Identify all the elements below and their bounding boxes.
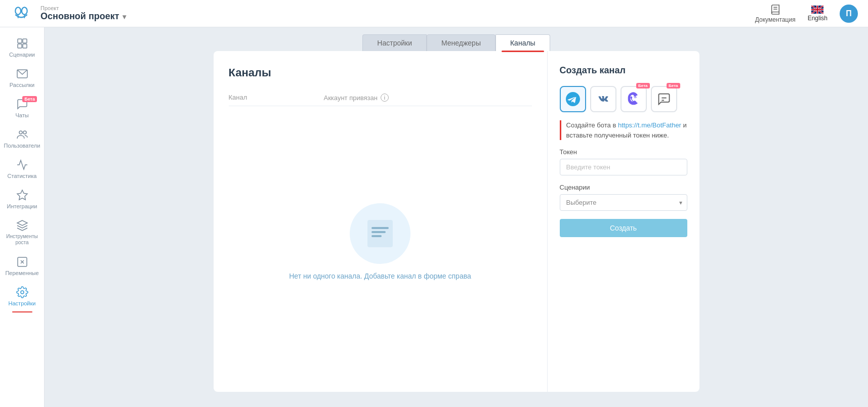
empty-illustration xyxy=(350,203,410,264)
lang-label: English xyxy=(808,15,828,22)
sidebar-label-mailings: Рассылки xyxy=(10,82,34,88)
channel-btn-other[interactable]: Бета xyxy=(651,86,677,112)
svg-rect-7 xyxy=(18,39,22,43)
content-area: Настройки Менеджеры Каналы Каналы Канал … xyxy=(45,27,868,407)
token-form-group: Токен xyxy=(560,148,687,175)
tab-managers[interactable]: Менеджеры xyxy=(427,34,495,51)
project-label: Проект xyxy=(40,5,126,11)
sidebar-item-chats[interactable]: Бета Чаты xyxy=(0,93,44,123)
svg-rect-22 xyxy=(371,235,382,237)
project-info: Проект Основной проект ▾ xyxy=(40,5,126,22)
sidebar-label-scenarios: Сценарии xyxy=(9,52,35,58)
scenarios-select-wrapper: Выберите ▾ xyxy=(560,194,687,211)
other-beta-badge: Бета xyxy=(667,83,680,88)
logo xyxy=(10,3,32,25)
channel-btn-telegram[interactable] xyxy=(560,86,586,112)
empty-state: Нет ни одного канала. Добавьте канал в ф… xyxy=(229,106,532,377)
svg-point-18 xyxy=(21,291,24,294)
chevron-down-icon: ▾ xyxy=(122,13,126,21)
svg-marker-14 xyxy=(17,190,27,200)
svg-rect-20 xyxy=(371,227,389,229)
svg-point-0 xyxy=(15,7,21,14)
uk-flag-icon xyxy=(811,6,823,14)
viber-beta-badge: Бета xyxy=(636,83,649,88)
botfather-link[interactable]: https://t.me/BotFather xyxy=(618,121,681,129)
sidebar-item-variables[interactable]: Переменные xyxy=(0,251,44,281)
svg-rect-8 xyxy=(23,39,27,43)
tab-settings[interactable]: Настройки xyxy=(362,34,427,51)
topbar-right: Документация English П xyxy=(755,4,858,23)
docs-button[interactable]: Документация xyxy=(755,4,796,23)
empty-doc-icon xyxy=(362,216,398,251)
table-header: Канал Аккаунт привязан i xyxy=(229,89,532,106)
sidebar-label-settings: Настройки xyxy=(9,300,36,306)
mailings-icon xyxy=(16,68,28,80)
sidebar-label-chats: Чаты xyxy=(15,112,28,118)
empty-text: Нет ни одного канала. Добавьте канал в ф… xyxy=(289,272,471,280)
sidebar: Сценарии Рассылки Бета Чаты xyxy=(0,27,45,407)
channels-panel: Каналы Канал Аккаунт привязан i xyxy=(214,51,548,392)
svg-rect-19 xyxy=(367,220,393,247)
svg-point-13 xyxy=(23,131,26,134)
svg-rect-9 xyxy=(18,44,22,48)
page-card: Каналы Канал Аккаунт привязан i xyxy=(214,51,699,392)
channel-btn-vk[interactable] xyxy=(590,86,616,112)
sidebar-label-stats: Статистика xyxy=(8,173,37,179)
integrations-icon xyxy=(16,189,28,201)
main-layout: Сценарии Рассылки Бета Чаты xyxy=(0,27,868,407)
vk-icon xyxy=(596,92,610,106)
variables-icon xyxy=(16,256,28,268)
sidebar-item-integrations[interactable]: Интеграции xyxy=(0,184,44,214)
scenarios-select[interactable]: Выберите xyxy=(560,194,687,211)
tab-channels[interactable]: Каналы xyxy=(495,34,550,51)
users-icon xyxy=(16,128,28,141)
sidebar-item-stats[interactable]: Статистика xyxy=(0,154,44,184)
scenarios-label: Сценарии xyxy=(560,184,687,191)
channels-title: Каналы xyxy=(229,66,532,79)
settings-icon xyxy=(16,286,28,298)
token-label: Токен xyxy=(560,148,687,156)
sidebar-label-integrations: Интеграции xyxy=(7,203,37,209)
svg-point-1 xyxy=(22,7,27,14)
chats-beta-badge: Бета xyxy=(22,96,37,102)
avatar[interactable]: П xyxy=(840,5,858,23)
sidebar-label-users: Пользователи xyxy=(4,143,40,149)
lang-button[interactable]: English xyxy=(808,6,828,22)
growth-icon xyxy=(16,219,28,232)
sidebar-item-growth[interactable]: Инструменты роста xyxy=(0,214,44,251)
token-input[interactable] xyxy=(560,159,687,175)
sidebar-item-scenarios[interactable]: Сценарии xyxy=(0,32,44,63)
topbar: Проект Основной проект ▾ Документация xyxy=(0,0,868,27)
svg-rect-10 xyxy=(23,44,27,48)
sidebar-label-growth: Инструменты роста xyxy=(3,234,41,246)
project-name[interactable]: Основной проект ▾ xyxy=(40,11,126,22)
docs-label: Документация xyxy=(755,16,796,23)
scenarios-form-group: Сценарии Выберите ▾ xyxy=(560,184,687,211)
viber-icon xyxy=(627,92,641,106)
create-title: Создать канал xyxy=(560,65,687,76)
svg-rect-21 xyxy=(371,231,386,233)
stats-icon xyxy=(16,159,28,171)
tabs-bar: Настройки Менеджеры Каналы xyxy=(45,27,868,51)
create-panel: Создать канал xyxy=(548,51,699,392)
create-description: Создайте бота в https://t.me/BotFather и… xyxy=(560,120,687,140)
col-channel-header: Канал xyxy=(229,94,320,102)
page-content: Каналы Канал Аккаунт привязан i xyxy=(45,51,868,407)
col-account-header: Аккаунт привязан i xyxy=(324,94,532,102)
sidebar-item-mailings[interactable]: Рассылки xyxy=(0,63,44,93)
svg-point-12 xyxy=(19,131,22,134)
sidebar-label-variables: Переменные xyxy=(5,270,38,276)
sidebar-item-users[interactable]: Пользователи xyxy=(0,123,44,154)
channel-icons: Бета Бета xyxy=(560,86,687,112)
info-icon[interactable]: i xyxy=(381,94,389,102)
channel-btn-viber[interactable]: Бета xyxy=(621,86,647,112)
telegram-icon xyxy=(566,92,580,106)
scenarios-icon xyxy=(16,37,28,50)
sidebar-item-settings[interactable]: Настройки xyxy=(0,281,44,311)
other-channel-icon xyxy=(657,92,671,106)
create-button[interactable]: Создать xyxy=(560,219,687,237)
